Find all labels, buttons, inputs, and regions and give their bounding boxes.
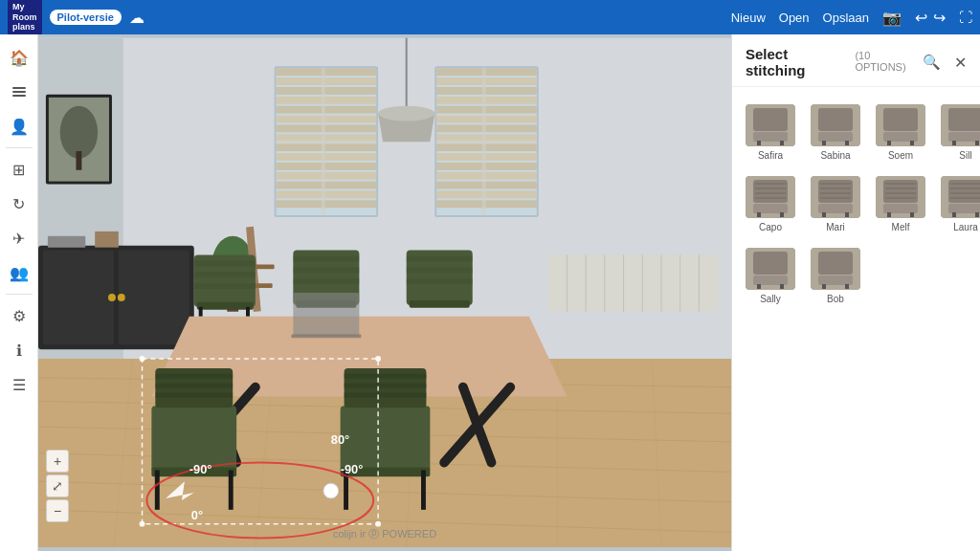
svg-rect-125: [291, 334, 361, 338]
nav-open[interactable]: Open: [779, 11, 810, 25]
svg-rect-23: [43, 251, 114, 345]
stitch-option-laura[interactable]: Laura: [937, 172, 980, 236]
stitch-option-sabina[interactable]: Sabina: [807, 100, 864, 165]
svg-rect-68: [436, 200, 537, 208]
svg-rect-152: [910, 141, 914, 145]
left-sidebar: 🏠 👤 ⊞ ↻ ✈ 👥 ⚙ ℹ ☰: [0, 34, 38, 551]
svg-rect-35: [277, 68, 377, 76]
svg-text:0°: 0°: [191, 508, 203, 522]
svg-rect-107: [410, 300, 470, 308]
sidebar-icon-info[interactable]: ℹ: [4, 335, 34, 365]
svg-rect-139: [753, 108, 788, 131]
svg-rect-58: [436, 106, 537, 114]
zoom-out-button[interactable]: −: [46, 499, 69, 522]
stitch-option-sally[interactable]: Sally: [742, 244, 799, 308]
main-content: 🏠 👤 ⊞ ↻ ✈ 👥 ⚙ ℹ ☰: [0, 34, 980, 551]
svg-rect-74: [548, 255, 719, 312]
stitch-label-sill: Sill: [959, 150, 971, 161]
svg-rect-200: [818, 252, 853, 275]
svg-rect-151: [887, 141, 891, 145]
stitch-option-capo[interactable]: Capo: [742, 172, 799, 236]
stitch-option-sill[interactable]: Sill: [937, 100, 980, 165]
sidebar-icon-layers[interactable]: [4, 77, 34, 107]
svg-rect-156: [952, 141, 956, 145]
sidebar-icon-person[interactable]: 👤: [4, 111, 34, 142]
svg-rect-104: [407, 256, 473, 262]
sidebar-icon-plane[interactable]: ✈: [4, 223, 34, 253]
stitch-label-mari: Mari: [826, 222, 844, 232]
svg-text:-90°: -90°: [341, 462, 364, 476]
stitch-thumb-sabina: [811, 104, 860, 146]
svg-rect-124: [293, 293, 359, 335]
svg-rect-66: [436, 182, 537, 189]
stitch-option-melf[interactable]: Melf: [872, 172, 929, 236]
svg-rect-193: [975, 212, 979, 217]
svg-rect-197: [757, 284, 761, 289]
pilot-badge: Pilot-versie: [50, 10, 122, 25]
svg-rect-93: [194, 272, 256, 277]
nav-opslaan[interactable]: Opslaan: [823, 11, 869, 25]
panel-title: Select stitching: [746, 46, 849, 78]
svg-point-25: [108, 294, 116, 301]
close-button[interactable]: ✕: [954, 54, 967, 72]
sidebar-icon-people[interactable]: 👥: [4, 257, 34, 288]
sidebar-icon-settings[interactable]: ⚙: [4, 300, 34, 331]
stitching-grid: SafiraSabinaSoemSillCapoMariMelfLauraSal…: [732, 87, 980, 321]
stitch-option-safira[interactable]: Safira: [742, 100, 799, 165]
redo-button[interactable]: ↪: [933, 9, 946, 27]
sidebar-icon-list[interactable]: ☰: [4, 369, 34, 400]
svg-rect-2: [12, 95, 26, 97]
panel-title-row: Select stitching (10 OPTIONS): [746, 46, 923, 78]
stitch-label-safira: Safira: [758, 150, 783, 161]
stitch-option-bob[interactable]: Bob: [807, 244, 864, 308]
zoom-in-button[interactable]: +: [46, 450, 69, 473]
viewport[interactable]: -90° -90° 80° 0° colijn ir ⓟ POWERED + ⤢…: [38, 34, 731, 551]
svg-rect-149: [883, 108, 918, 131]
svg-rect-183: [887, 212, 891, 217]
search-icon[interactable]: 🔍: [923, 54, 941, 71]
svg-rect-28: [95, 231, 119, 248]
svg-rect-24: [119, 251, 189, 345]
sidebar-icon-grid[interactable]: ⊞: [4, 154, 34, 185]
stitch-option-soem[interactable]: Soem: [872, 100, 929, 165]
panel-count: (10 OPTIONS): [855, 50, 923, 73]
fullscreen-icon[interactable]: ⛶: [959, 10, 972, 25]
svg-rect-48: [277, 190, 377, 198]
svg-rect-64: [436, 163, 537, 170]
sidebar-icon-home[interactable]: 🏠: [4, 42, 34, 73]
svg-rect-164: [753, 204, 788, 213]
stitch-thumb-sill: [941, 104, 980, 146]
svg-rect-36: [277, 77, 377, 85]
stitch-label-bob: Bob: [827, 294, 844, 304]
camera-icon[interactable]: 📷: [882, 9, 902, 27]
stitch-thumb-sally: [746, 248, 795, 290]
stitch-label-laura: Laura: [953, 222, 978, 232]
watermark: colijn ir ⓟ POWERED: [333, 527, 436, 541]
topbar-actions: Nieuw Open Opslaan 📷 ↩ ↪ ⛶: [731, 9, 972, 27]
stitch-label-soem: Soem: [888, 150, 913, 161]
svg-rect-114: [155, 384, 233, 388]
stitch-option-mari[interactable]: Mari: [807, 172, 864, 236]
svg-rect-203: [845, 284, 849, 289]
stitch-label-melf: Melf: [892, 222, 910, 232]
nav-nieuw[interactable]: Nieuw: [731, 11, 766, 25]
stitch-label-sally: Sally: [760, 294, 781, 304]
stitch-label-capo: Capo: [759, 222, 782, 232]
svg-rect-182: [883, 204, 918, 213]
sidebar-icon-rotate[interactable]: ↻: [4, 188, 34, 219]
svg-rect-95: [197, 302, 254, 310]
zoom-fit-button[interactable]: ⤢: [46, 474, 69, 497]
svg-rect-54: [436, 68, 537, 76]
svg-rect-192: [952, 212, 956, 217]
svg-rect-154: [948, 108, 980, 131]
svg-rect-100: [293, 267, 359, 273]
svg-rect-94: [194, 283, 256, 289]
svg-rect-201: [818, 276, 853, 285]
undo-button[interactable]: ↩: [915, 9, 927, 27]
cloud-icon[interactable]: ☁: [129, 9, 145, 27]
svg-text:-90°: -90°: [189, 462, 212, 476]
svg-rect-51: [277, 140, 377, 143]
svg-point-127: [140, 356, 145, 362]
stitch-thumb-melf: [876, 176, 925, 218]
svg-point-130: [375, 521, 381, 527]
